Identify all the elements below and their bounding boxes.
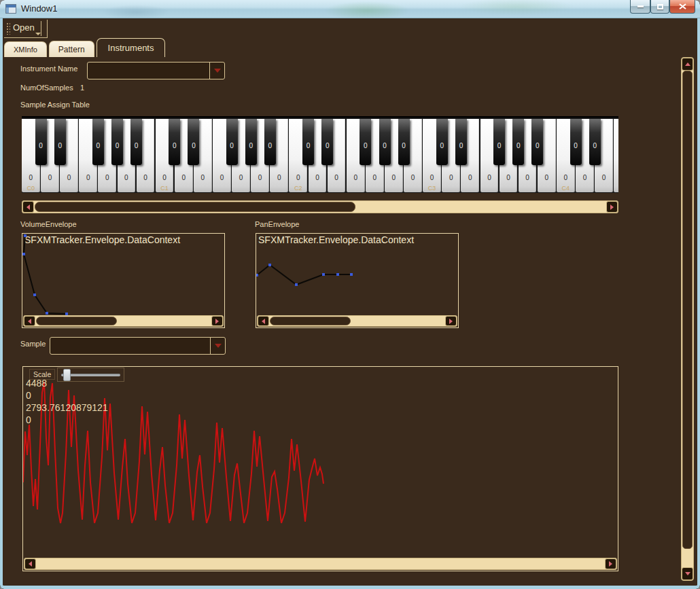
scroll-thumb[interactable] [270, 317, 351, 325]
window-icon [5, 4, 16, 14]
scroll-up-button[interactable] [682, 58, 693, 71]
tab-instruments[interactable]: Instruments [97, 38, 166, 57]
scroll-left-button[interactable] [24, 316, 35, 326]
scroll-track[interactable] [269, 316, 445, 326]
scroll-right-button[interactable] [605, 558, 616, 569]
scroll-right-button[interactable] [606, 201, 618, 213]
arrow-right-icon [609, 561, 612, 567]
black-key[interactable]: 0 [493, 119, 505, 165]
black-key[interactable]: 0 [512, 119, 524, 165]
white-key-value: 0 [385, 174, 403, 181]
toolbar-grip-icon[interactable] [6, 22, 10, 35]
scroll-right-button[interactable] [211, 316, 223, 326]
volume-envelope-box[interactable]: SFXMTracker.Envelope.DataContext [22, 233, 225, 328]
scroll-track[interactable] [682, 549, 693, 567]
instrument-name-dropdown-button[interactable] [209, 63, 224, 79]
window-title: Window1 [21, 3, 57, 14]
white-key[interactable]: 0 [614, 119, 618, 192]
pan-envelope-scrollbar[interactable] [257, 315, 457, 327]
title-bar[interactable]: Window1 [0, 0, 700, 18]
black-key[interactable]: 0 [302, 119, 314, 165]
scroll-track[interactable] [36, 558, 605, 569]
octave-label: C2 [289, 185, 307, 192]
black-key[interactable]: 0 [226, 119, 238, 165]
black-key[interactable]: 0 [169, 119, 180, 165]
black-key-value: 0 [245, 142, 257, 149]
scroll-track[interactable] [34, 201, 606, 213]
waveform-graph[interactable] [23, 367, 618, 558]
volume-envelope-graph[interactable] [22, 234, 224, 315]
white-key-value: 0 [175, 174, 193, 181]
pan-envelope-box[interactable]: SFXMTracker.Envelope.DataContext [256, 233, 459, 328]
black-key[interactable]: 0 [379, 119, 391, 165]
scroll-track[interactable] [35, 316, 211, 326]
black-key-value: 0 [92, 142, 104, 149]
arrow-left-icon [262, 319, 265, 324]
scroll-left-button[interactable] [24, 558, 36, 569]
readout-value: 4488 [26, 377, 108, 389]
scroll-thumb[interactable] [682, 71, 693, 549]
tab-strip: XMInfo Pattern Instruments [4, 39, 167, 57]
white-key-value: 0 [118, 174, 136, 181]
keyboard-scrollbar[interactable] [22, 200, 618, 213]
black-key[interactable]: 0 [54, 119, 66, 165]
sample-combobox[interactable] [50, 337, 226, 355]
black-key[interactable]: 0 [455, 119, 467, 165]
volume-envelope-scrollbar[interactable] [23, 315, 224, 327]
white-key-value: 0 [442, 174, 460, 181]
black-key-value: 0 [493, 142, 505, 149]
white-key-value: 0 [461, 174, 479, 181]
scroll-down-button[interactable] [682, 567, 693, 580]
black-key[interactable]: 0 [398, 119, 410, 165]
black-key[interactable]: 0 [188, 119, 199, 165]
black-key[interactable]: 0 [589, 119, 601, 165]
scroll-right-button[interactable] [445, 316, 457, 326]
octave-label: C3 [423, 185, 441, 192]
tab-xminfo[interactable]: XMInfo [4, 41, 47, 57]
caption-buttons [630, 0, 695, 14]
maximize-icon [657, 4, 663, 10]
vertical-scrollbar[interactable] [681, 57, 694, 581]
white-key-value: 0 [137, 174, 155, 181]
black-key-value: 0 [169, 142, 180, 149]
black-key[interactable]: 0 [321, 119, 333, 165]
black-key-value: 0 [321, 142, 333, 149]
black-key[interactable]: 0 [264, 119, 276, 165]
sample-dropdown-button[interactable] [210, 338, 225, 354]
maximize-button[interactable] [650, 0, 669, 14]
black-key[interactable]: 0 [360, 119, 371, 165]
sample-label: Sample [20, 340, 46, 348]
white-key-value: 0 [309, 174, 327, 181]
black-key[interactable]: 0 [130, 119, 142, 165]
black-key[interactable]: 0 [92, 119, 104, 165]
tab-pattern[interactable]: Pattern [49, 41, 94, 57]
close-button[interactable] [669, 0, 695, 14]
scroll-thumb[interactable] [35, 202, 355, 212]
minimize-button[interactable] [630, 0, 650, 14]
black-key-value: 0 [54, 142, 66, 149]
black-key[interactable]: 0 [570, 119, 582, 165]
black-key[interactable]: 0 [245, 119, 257, 165]
client-area: Open XMInfo Pattern Instruments Instrume… [0, 18, 700, 589]
open-button[interactable]: Open [13, 22, 35, 33]
waveform-scrollbar[interactable] [24, 558, 617, 570]
arrow-left-icon [29, 561, 32, 567]
scroll-thumb[interactable] [36, 317, 117, 325]
black-key[interactable]: 0 [111, 119, 123, 165]
black-key[interactable]: 0 [531, 119, 543, 165]
toolbar: Open [4, 20, 48, 38]
black-key-value: 0 [436, 142, 448, 149]
toolbar-overflow-chevron-icon[interactable] [35, 33, 41, 35]
pan-envelope-graph[interactable] [256, 234, 458, 315]
black-key-value: 0 [531, 142, 543, 149]
white-key-value: 0 [60, 174, 78, 181]
black-key[interactable]: 0 [35, 119, 47, 165]
white-key-value: 0 [404, 174, 422, 181]
black-key-value: 0 [302, 142, 314, 149]
scroll-left-button[interactable] [22, 201, 34, 213]
black-key-value: 0 [188, 142, 199, 149]
white-key-value: 0 [251, 174, 269, 181]
black-key[interactable]: 0 [436, 119, 448, 165]
instrument-name-combobox[interactable] [87, 62, 225, 79]
scroll-left-button[interactable] [258, 316, 269, 326]
